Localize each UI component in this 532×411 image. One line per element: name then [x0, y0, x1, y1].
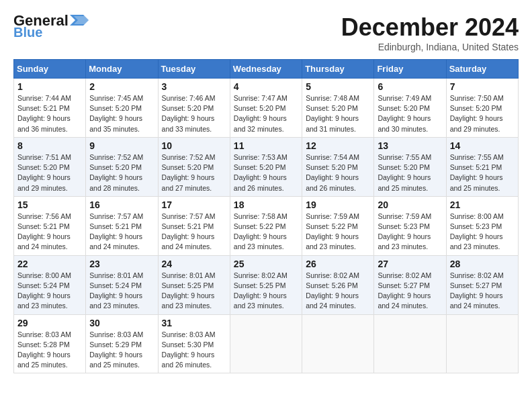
calendar-cell: 22Sunrise: 8:00 AMSunset: 5:24 PMDayligh… [14, 255, 86, 314]
day-detail: Sunrise: 7:45 AMSunset: 5:20 PMDaylight:… [89, 93, 154, 134]
calendar-cell: 4Sunrise: 7:47 AMSunset: 5:20 PMDaylight… [230, 79, 302, 138]
week-row-4: 22Sunrise: 8:00 AMSunset: 5:24 PMDayligh… [14, 255, 519, 314]
calendar-cell: 14Sunrise: 7:55 AMSunset: 5:21 PMDayligh… [446, 137, 518, 196]
day-detail: Sunrise: 7:56 AMSunset: 5:21 PMDaylight:… [17, 212, 82, 253]
day-detail: Sunrise: 8:03 AMSunset: 5:30 PMDaylight:… [162, 330, 226, 371]
day-number: 1 [17, 81, 82, 92]
day-number: 23 [89, 259, 154, 269]
day-detail: Sunrise: 8:02 AMSunset: 5:27 PMDaylight:… [450, 271, 515, 312]
calendar-cell: 24Sunrise: 8:01 AMSunset: 5:25 PMDayligh… [158, 255, 230, 314]
day-number: 8 [17, 140, 82, 151]
day-detail: Sunrise: 7:46 AMSunset: 5:20 PMDaylight:… [162, 93, 226, 134]
day-detail: Sunrise: 7:54 AMSunset: 5:20 PMDaylight:… [306, 152, 370, 193]
logo-blue: Blue [13, 26, 42, 39]
calendar-cell: 30Sunrise: 8:03 AMSunset: 5:29 PMDayligh… [86, 314, 158, 373]
day-detail: Sunrise: 7:57 AMSunset: 5:21 PMDaylight:… [162, 212, 226, 253]
day-number: 15 [17, 199, 82, 210]
day-detail: Sunrise: 8:02 AMSunset: 5:25 PMDaylight:… [234, 271, 298, 312]
day-detail: Sunrise: 8:03 AMSunset: 5:29 PMDaylight:… [89, 330, 154, 371]
calendar-cell: 6Sunrise: 7:49 AMSunset: 5:20 PMDaylight… [374, 79, 446, 138]
calendar-cell: 29Sunrise: 8:03 AMSunset: 5:28 PMDayligh… [14, 314, 86, 373]
day-number: 26 [306, 259, 370, 269]
day-detail: Sunrise: 8:01 AMSunset: 5:24 PMDaylight:… [89, 271, 154, 312]
day-detail: Sunrise: 7:59 AMSunset: 5:23 PMDaylight:… [378, 212, 442, 253]
day-detail: Sunrise: 7:58 AMSunset: 5:22 PMDaylight:… [234, 212, 298, 253]
day-number: 13 [378, 140, 442, 151]
day-detail: Sunrise: 8:02 AMSunset: 5:27 PMDaylight:… [378, 271, 442, 312]
day-number: 27 [378, 259, 442, 269]
day-number: 11 [234, 140, 298, 151]
calendar-cell: 5Sunrise: 7:48 AMSunset: 5:20 PMDaylight… [302, 79, 374, 138]
day-detail: Sunrise: 7:55 AMSunset: 5:20 PMDaylight:… [378, 152, 442, 193]
day-detail: Sunrise: 7:55 AMSunset: 5:21 PMDaylight:… [450, 152, 515, 193]
calendar-cell: 1Sunrise: 7:44 AMSunset: 5:21 PMDaylight… [14, 79, 86, 138]
calendar-cell: 13Sunrise: 7:55 AMSunset: 5:20 PMDayligh… [374, 137, 446, 196]
day-number: 31 [162, 318, 226, 328]
week-row-3: 15Sunrise: 7:56 AMSunset: 5:21 PMDayligh… [14, 196, 519, 255]
weekday-wednesday: Wednesday [230, 60, 302, 79]
day-number: 28 [450, 259, 515, 269]
weekday-monday: Monday [86, 60, 158, 79]
day-number: 20 [378, 199, 442, 210]
day-number: 21 [450, 199, 515, 210]
day-number: 19 [306, 199, 370, 210]
day-detail: Sunrise: 8:03 AMSunset: 5:28 PMDaylight:… [17, 330, 82, 371]
day-number: 5 [306, 81, 370, 92]
calendar-cell: 26Sunrise: 8:02 AMSunset: 5:26 PMDayligh… [302, 255, 374, 314]
calendar-cell: 19Sunrise: 7:59 AMSunset: 5:22 PMDayligh… [302, 196, 374, 255]
day-detail: Sunrise: 7:52 AMSunset: 5:20 PMDaylight:… [162, 152, 226, 193]
weekday-tuesday: Tuesday [158, 60, 230, 79]
calendar-cell: 16Sunrise: 7:57 AMSunset: 5:21 PMDayligh… [86, 196, 158, 255]
calendar-cell [446, 314, 518, 373]
calendar-cell [230, 314, 302, 373]
day-detail: Sunrise: 7:59 AMSunset: 5:22 PMDaylight:… [306, 212, 370, 253]
day-detail: Sunrise: 7:47 AMSunset: 5:20 PMDaylight:… [234, 93, 298, 134]
calendar-cell: 31Sunrise: 8:03 AMSunset: 5:30 PMDayligh… [158, 314, 230, 373]
day-number: 25 [234, 259, 298, 269]
day-detail: Sunrise: 7:51 AMSunset: 5:20 PMDaylight:… [17, 152, 82, 193]
logo: General Blue [13, 13, 89, 39]
day-number: 7 [450, 81, 515, 92]
calendar-cell [302, 314, 374, 373]
calendar-cell: 28Sunrise: 8:02 AMSunset: 5:27 PMDayligh… [446, 255, 518, 314]
calendar-cell [374, 314, 446, 373]
weekday-sunday: Sunday [14, 60, 86, 79]
day-detail: Sunrise: 7:49 AMSunset: 5:20 PMDaylight:… [378, 93, 442, 134]
calendar-cell: 12Sunrise: 7:54 AMSunset: 5:20 PMDayligh… [302, 137, 374, 196]
day-number: 17 [162, 199, 226, 210]
calendar-cell: 23Sunrise: 8:01 AMSunset: 5:24 PMDayligh… [86, 255, 158, 314]
page-header: General Blue December 2024 Edinburgh, In… [13, 13, 519, 52]
calendar-cell: 18Sunrise: 7:58 AMSunset: 5:22 PMDayligh… [230, 196, 302, 255]
day-detail: Sunrise: 7:44 AMSunset: 5:21 PMDaylight:… [17, 93, 82, 134]
calendar-cell: 17Sunrise: 7:57 AMSunset: 5:21 PMDayligh… [158, 196, 230, 255]
day-detail: Sunrise: 7:53 AMSunset: 5:20 PMDaylight:… [234, 152, 298, 193]
calendar-cell: 15Sunrise: 7:56 AMSunset: 5:21 PMDayligh… [14, 196, 86, 255]
title-area: December 2024 Edinburgh, Indiana, United… [341, 13, 519, 52]
day-detail: Sunrise: 7:50 AMSunset: 5:20 PMDaylight:… [450, 93, 515, 134]
calendar-cell: 9Sunrise: 7:52 AMSunset: 5:20 PMDaylight… [86, 137, 158, 196]
week-row-5: 29Sunrise: 8:03 AMSunset: 5:28 PMDayligh… [14, 314, 519, 373]
day-number: 24 [162, 259, 226, 269]
day-detail: Sunrise: 8:00 AMSunset: 5:23 PMDaylight:… [450, 212, 515, 253]
day-number: 29 [17, 318, 82, 328]
calendar-cell: 27Sunrise: 8:02 AMSunset: 5:27 PMDayligh… [374, 255, 446, 314]
day-number: 10 [162, 140, 226, 151]
calendar-cell: 10Sunrise: 7:52 AMSunset: 5:20 PMDayligh… [158, 137, 230, 196]
day-detail: Sunrise: 7:52 AMSunset: 5:20 PMDaylight:… [89, 152, 154, 193]
weekday-thursday: Thursday [302, 60, 374, 79]
day-detail: Sunrise: 8:02 AMSunset: 5:26 PMDaylight:… [306, 271, 370, 312]
day-number: 18 [234, 199, 298, 210]
calendar-table: SundayMondayTuesdayWednesdayThursdayFrid… [13, 59, 519, 373]
weekday-saturday: Saturday [446, 60, 518, 79]
day-number: 30 [89, 318, 154, 328]
calendar-cell: 2Sunrise: 7:45 AMSunset: 5:20 PMDaylight… [86, 79, 158, 138]
calendar-cell: 7Sunrise: 7:50 AMSunset: 5:20 PMDaylight… [446, 79, 518, 138]
day-number: 22 [17, 259, 82, 269]
day-detail: Sunrise: 8:01 AMSunset: 5:25 PMDaylight:… [162, 271, 226, 312]
weekday-header-row: SundayMondayTuesdayWednesdayThursdayFrid… [14, 60, 519, 79]
week-row-1: 1Sunrise: 7:44 AMSunset: 5:21 PMDaylight… [14, 79, 519, 138]
day-number: 6 [378, 81, 442, 92]
day-number: 12 [306, 140, 370, 151]
day-detail: Sunrise: 7:57 AMSunset: 5:21 PMDaylight:… [89, 212, 154, 253]
day-detail: Sunrise: 7:48 AMSunset: 5:20 PMDaylight:… [306, 93, 370, 134]
